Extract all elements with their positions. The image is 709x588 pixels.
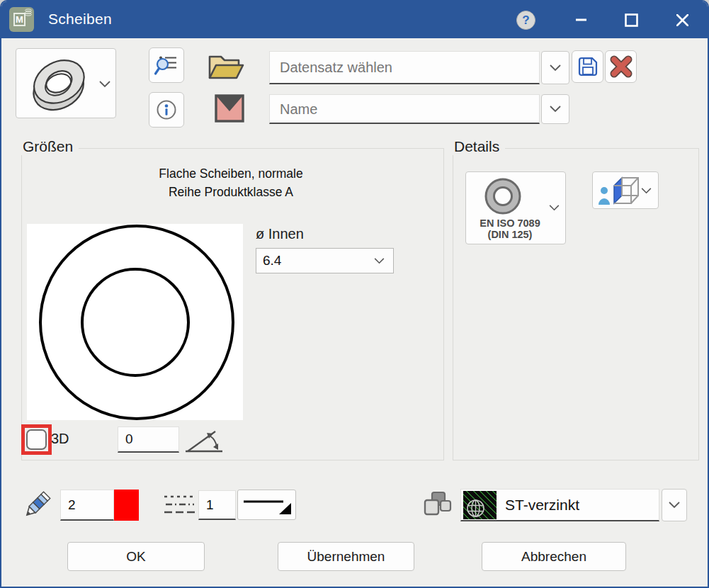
washer-type-combobox[interactable] <box>16 48 116 118</box>
series-description: Flache Scheiben, normale Reihe Produktkl… <box>114 164 348 201</box>
name-placeholder: Name <box>280 101 317 117</box>
line-style-button[interactable] <box>237 490 296 520</box>
line-sample-icon <box>238 490 295 519</box>
materials-glyph <box>422 491 453 519</box>
rotation-input[interactable] <box>118 426 179 453</box>
chevron-down-icon <box>550 106 561 113</box>
open-folder-icon <box>205 51 245 84</box>
click-highlight <box>21 424 52 455</box>
washer-drawing-panel <box>27 224 243 420</box>
material-value: ST-verzinkt <box>505 497 579 514</box>
inner-diameter-combobox[interactable]: 6.4 <box>256 248 394 273</box>
washer-section-icon <box>484 177 522 215</box>
search-datasets-button[interactable] <box>149 47 184 83</box>
angle-icon <box>183 426 225 456</box>
standard-selector-button[interactable]: EN ISO 7089 (DIN 125) <box>465 171 566 244</box>
chevron-down-icon <box>550 64 561 72</box>
washer-3d-icon <box>19 50 98 117</box>
angle-glyph <box>183 426 225 456</box>
pen-color-swatch[interactable] <box>114 490 139 521</box>
close-button[interactable] <box>666 1 698 38</box>
mail-icon <box>213 92 246 125</box>
window-title: Scheiben <box>48 11 112 28</box>
dataset-dropdown-button[interactable] <box>541 51 569 84</box>
inner-diameter-label: ø Innen <box>256 226 304 242</box>
series-description-line1: Flache Scheiben, normale <box>114 164 348 183</box>
cancel-button[interactable]: Abbrechen <box>482 542 626 571</box>
chevron-down-icon <box>669 502 680 509</box>
chevron-down-icon <box>549 205 560 211</box>
name-dropdown-button[interactable] <box>541 94 569 124</box>
app-icon-coins <box>24 9 33 16</box>
chevron-down-icon <box>374 258 385 264</box>
app-icon: M <box>9 7 34 32</box>
standard-label: EN ISO 7089 (DIN 125) <box>466 217 554 240</box>
dialog-body: Datensatz wählen Name <box>1 38 708 587</box>
material-dropdown-button[interactable] <box>662 489 687 521</box>
material-swatch <box>463 491 497 519</box>
info-icon <box>154 98 178 122</box>
save-icon <box>577 55 599 78</box>
person-view-icon <box>597 174 640 208</box>
dataset-placeholder: Datensatz wählen <box>280 60 392 76</box>
sizes-group: Größen Flache Scheiben, normale Reihe Pr… <box>21 148 444 460</box>
maximize-button[interactable] <box>615 1 647 38</box>
ok-button[interactable]: OK <box>67 542 205 571</box>
series-description-line2: Reihe Produktklasse A <box>114 183 348 201</box>
line-styles-icon <box>163 494 197 518</box>
apply-button[interactable]: Übernehmen <box>278 542 414 571</box>
globe-icon <box>466 499 485 518</box>
rotation-input-field[interactable] <box>118 427 178 451</box>
close-icon <box>676 14 688 26</box>
pen-width-input[interactable] <box>60 490 114 521</box>
details-group-label: Details <box>453 138 505 155</box>
name-combobox[interactable]: Name <box>269 94 540 124</box>
standard-label-line2: (DIN 125) <box>466 229 554 240</box>
3d-checkbox-label: 3D <box>51 431 69 447</box>
help-button[interactable]: ? <box>516 11 535 30</box>
mail-button[interactable] <box>213 92 246 125</box>
dialog-scheiben: M Scheiben ? <box>0 0 709 588</box>
sizes-group-label: Größen <box>21 138 79 155</box>
delete-icon <box>610 55 633 78</box>
pen-glyph <box>21 490 52 521</box>
delete-dataset-button[interactable] <box>605 50 637 83</box>
open-folder-button[interactable] <box>205 51 245 84</box>
line-width-input[interactable] <box>198 490 236 520</box>
standard-label-line1: EN ISO 7089 <box>466 217 554 229</box>
material-combobox[interactable]: ST-verzinkt <box>460 489 659 521</box>
details-group: Details EN ISO 7089 (DIN 125) <box>453 148 699 460</box>
pen-width-field[interactable] <box>61 490 113 519</box>
materials-icon <box>422 491 453 519</box>
line-width-field[interactable] <box>199 491 235 519</box>
question-icon: ? <box>522 13 529 28</box>
dataset-combobox[interactable]: Datensatz wählen <box>269 51 540 84</box>
titlebar: M Scheiben ? <box>1 1 708 38</box>
3d-checkbox[interactable] <box>26 429 47 450</box>
maximize-icon <box>625 13 638 27</box>
representation-selector-button[interactable] <box>592 171 659 209</box>
pen-icon <box>21 490 52 521</box>
inner-diameter-value: 6.4 <box>263 253 281 268</box>
save-dataset-button[interactable] <box>572 50 603 83</box>
chevron-down-icon <box>99 81 110 88</box>
line-styles-glyph <box>163 494 197 518</box>
minimize-button[interactable] <box>565 1 597 38</box>
search-filter-icon <box>154 53 178 77</box>
washer-drawing <box>27 224 243 420</box>
minimize-icon <box>576 18 586 21</box>
info-button[interactable] <box>149 92 184 128</box>
chevron-down-icon <box>641 188 652 194</box>
